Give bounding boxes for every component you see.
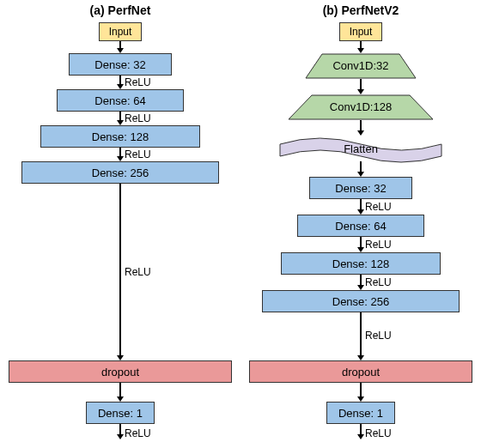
activation-label: ReLU — [365, 427, 392, 439]
arrow — [357, 237, 364, 252]
arrow — [357, 120, 364, 136]
dense-256-b: Dense: 256 — [262, 290, 460, 312]
arrow — [357, 199, 364, 215]
title-a: (a) PerfNet — [0, 3, 240, 17]
input-block-b: Input — [339, 22, 382, 41]
arrow — [357, 79, 364, 94]
arrow — [117, 112, 124, 125]
arrow — [117, 41, 124, 53]
dense-128-a: Dense: 128 — [40, 125, 200, 148]
arrow — [357, 424, 364, 439]
arrow — [117, 148, 124, 161]
activation-label: ReLU — [125, 112, 151, 124]
arrow — [357, 161, 364, 177]
arrow — [357, 312, 364, 360]
activation-label: ReLU — [365, 276, 392, 288]
arrow — [357, 41, 364, 53]
arrow — [357, 275, 364, 290]
conv1d-32-label: Conv1D:32 — [332, 59, 388, 72]
dense-256-a: Dense: 256 — [21, 161, 219, 184]
dense-64-a: Dense: 64 — [57, 89, 184, 112]
arrow — [357, 383, 364, 402]
arrow — [117, 383, 124, 402]
activation-label: ReLU — [365, 201, 392, 213]
dense-1-b: Dense: 1 — [326, 402, 395, 424]
arrow — [117, 424, 124, 439]
activation-label: ReLU — [125, 266, 151, 278]
activation-label: ReLU — [125, 427, 151, 439]
dense-32-b: Dense: 32 — [309, 177, 412, 199]
activation-label: ReLU — [365, 330, 392, 342]
flatten-label: Flatten — [344, 142, 378, 155]
column-perfnetv2: (b) PerfNetV2 Input Conv1D:32 Conv1D:128… — [240, 0, 481, 448]
activation-label: ReLU — [125, 148, 151, 160]
dropout-b: dropout — [249, 360, 472, 383]
conv1d-128: Conv1D:128 — [288, 94, 434, 120]
input-block-a: Input — [99, 22, 142, 41]
flatten-block: Flatten — [279, 136, 442, 163]
activation-label: ReLU — [125, 76, 151, 88]
dense-128-b: Dense: 128 — [281, 252, 441, 275]
diagram-root: (a) PerfNet Input Dense: 32 ReLU Dense: … — [0, 0, 481, 448]
conv1d-32: Conv1D:32 — [305, 53, 417, 79]
column-perfnet: (a) PerfNet Input Dense: 32 ReLU Dense: … — [0, 0, 240, 448]
conv1d-128-label: Conv1D:128 — [330, 100, 392, 113]
arrow — [117, 184, 124, 360]
dense-32-a: Dense: 32 — [69, 53, 172, 76]
title-b: (b) PerfNetV2 — [240, 3, 481, 17]
dropout-a: dropout — [9, 360, 232, 383]
dense-1-a: Dense: 1 — [86, 402, 155, 424]
activation-label: ReLU — [365, 239, 392, 251]
dense-64-b: Dense: 64 — [297, 215, 424, 237]
arrow — [117, 76, 124, 89]
